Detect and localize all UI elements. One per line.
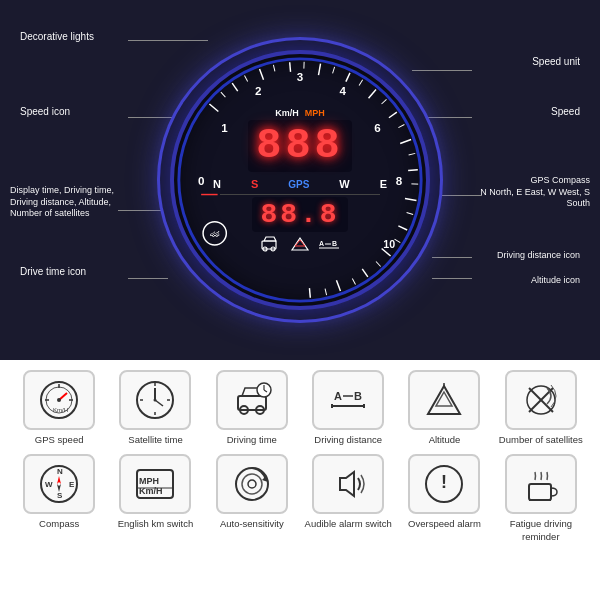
svg-point-100	[242, 474, 262, 494]
feature-icon-auto-sensitivity	[216, 454, 288, 514]
label-gps-speed: GPS speed	[35, 434, 84, 446]
svg-line-27	[407, 213, 413, 215]
svg-point-101	[248, 480, 256, 488]
feature-icon-overspeed: !	[408, 454, 480, 514]
feature-icon-gps-speed: Km/H	[23, 370, 95, 430]
svg-text:1: 1	[221, 121, 228, 134]
feature-audible-alarm: Audible alarm switch	[304, 454, 392, 543]
svg-line-23	[382, 99, 387, 104]
label-display-info: Display time, Driving time,Driving dista…	[10, 185, 120, 220]
label-driving-distance: Driving distance icon	[497, 250, 580, 262]
svg-line-7	[369, 89, 376, 98]
svg-line-12	[398, 226, 407, 230]
svg-line-1	[209, 104, 218, 111]
features-grid: Km/H GPS speed Satellite	[15, 370, 585, 543]
svg-line-11	[405, 199, 416, 201]
svg-line-6	[346, 73, 350, 82]
svg-text:2: 2	[255, 84, 261, 97]
svg-line-30	[352, 278, 355, 284]
svg-line-3	[260, 69, 264, 80]
svg-rect-69	[238, 396, 266, 410]
bottom-section: Km/H GPS speed Satellite	[0, 360, 600, 600]
speedometer: 3 2 1 0 4 6 8 10 🏎 Km/H MPH	[170, 50, 430, 310]
feature-fatigue: Fatigue driving reminder	[497, 454, 585, 543]
svg-line-22	[359, 80, 363, 86]
svg-line-8	[389, 112, 397, 118]
svg-line-25	[409, 153, 416, 155]
feature-gps-speed: Km/H GPS speed	[15, 370, 103, 446]
feature-altitude: Altitude	[400, 370, 488, 446]
svg-line-24	[398, 124, 404, 127]
svg-line-28	[395, 239, 401, 243]
svg-line-19	[273, 65, 275, 72]
svg-text:10: 10	[383, 238, 395, 250]
label-decorative-lights: Decorative lights	[20, 30, 94, 43]
svg-point-0	[179, 59, 421, 301]
svg-line-21	[333, 67, 335, 73]
label-driving-distance: Driving distance	[314, 434, 382, 446]
svg-rect-106	[529, 484, 551, 500]
top-section: Decorative lights Speed icon Display tim…	[0, 0, 600, 360]
svg-text:E: E	[69, 480, 75, 489]
svg-line-16	[309, 288, 310, 298]
svg-line-9	[400, 140, 411, 144]
svg-line-4	[290, 62, 291, 72]
svg-point-59	[57, 398, 61, 402]
svg-line-64	[155, 400, 163, 406]
label-speed-icon: Speed icon	[20, 105, 70, 118]
label-fatigue: Fatigue driving reminder	[497, 518, 585, 543]
feature-satellites: Dumber of satellites	[497, 370, 585, 446]
feature-driving-distance: A B Driving distance	[304, 370, 392, 446]
svg-text:B: B	[354, 390, 362, 402]
svg-line-14	[362, 269, 368, 277]
feature-auto-sensitivity: Auto-sensitivity	[208, 454, 296, 543]
svg-line-10	[408, 170, 418, 171]
feature-icon-english-km: MPH Km/H	[119, 454, 191, 514]
svg-marker-103	[340, 472, 354, 496]
label-audible-alarm: Audible alarm switch	[305, 518, 392, 530]
label-altitude-icon: Altitude icon	[531, 275, 580, 287]
label-drive-time: Drive time icon	[20, 265, 86, 278]
svg-line-2	[232, 83, 238, 91]
svg-text:🏎: 🏎	[210, 228, 220, 239]
feature-english-km: MPH Km/H English km switch	[111, 454, 199, 543]
feature-overspeed: ! Overspeed alarm	[400, 454, 488, 543]
svg-line-31	[325, 289, 327, 296]
svg-text:8: 8	[396, 174, 403, 187]
label-altitude: Altitude	[429, 434, 461, 446]
label-speed-unit: Speed unit	[532, 55, 580, 68]
feature-icon-satellites	[505, 370, 577, 430]
svg-text:MPH: MPH	[139, 476, 159, 486]
feature-icon-driving-time	[216, 370, 288, 430]
speedometer-outer: 3 2 1 0 4 6 8 10 🏎 Km/H MPH	[160, 40, 440, 320]
svg-text:!: !	[441, 472, 447, 492]
feature-icon-altitude	[408, 370, 480, 430]
feature-compass: N S W E Compass	[15, 454, 103, 543]
label-speed: Speed	[551, 105, 580, 118]
svg-text:3: 3	[297, 70, 304, 83]
svg-line-18	[244, 76, 247, 82]
svg-text:6: 6	[374, 121, 381, 134]
svg-text:A: A	[334, 390, 342, 402]
label-driving-time: Driving time	[227, 434, 277, 446]
feature-satellite-time: Satellite time	[111, 370, 199, 446]
svg-text:0: 0	[198, 174, 204, 187]
feature-icon-driving-distance: A B	[312, 370, 384, 430]
svg-line-17	[221, 92, 226, 97]
label-satellite-time: Satellite time	[128, 434, 182, 446]
label-auto-sensitivity: Auto-sensitivity	[220, 518, 284, 530]
feature-icon-fatigue	[505, 454, 577, 514]
svg-line-5	[319, 64, 321, 75]
label-satellites: Dumber of satellites	[499, 434, 583, 446]
svg-text:W: W	[45, 480, 53, 489]
label-english-km: English km switch	[118, 518, 194, 530]
label-compass: Compass	[39, 518, 79, 530]
svg-marker-82	[428, 386, 460, 414]
svg-line-15	[336, 280, 340, 291]
svg-line-29	[376, 262, 381, 267]
svg-text:S: S	[57, 491, 63, 500]
svg-text:4: 4	[339, 84, 346, 97]
label-gps-compass: GPS CompassN North, E East, W West, S So…	[470, 175, 590, 210]
feature-icon-audible-alarm	[312, 454, 384, 514]
feature-icon-satellite-time	[119, 370, 191, 430]
